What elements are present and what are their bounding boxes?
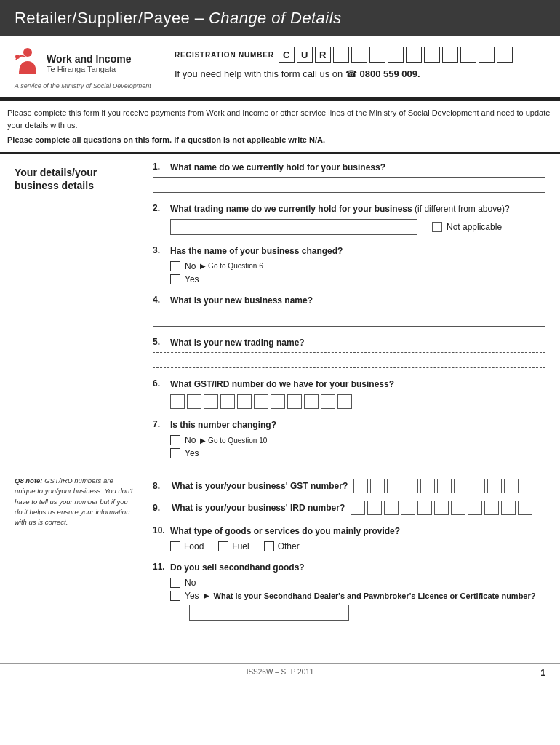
question-9: 9. What is your/your business' IRD numbe… <box>153 501 545 515</box>
q10-fuel-checkbox[interactable] <box>218 541 228 551</box>
q9-digit-10[interactable] <box>501 501 516 515</box>
q8-digit-9[interactable] <box>487 479 502 493</box>
form-col: 1. What name do we currently hold for yo… <box>145 154 560 477</box>
q10-food-checkbox[interactable] <box>170 541 180 551</box>
work-income-icon <box>15 47 41 79</box>
q9-digit-3[interactable] <box>384 501 399 515</box>
page-number: 1 <box>540 668 545 678</box>
reg-box-u: U <box>297 47 313 63</box>
q6-digit-6[interactable] <box>254 394 268 409</box>
q2-input-row: Not applicable <box>170 219 545 235</box>
q9-digit-5[interactable] <box>417 501 432 515</box>
q8-digit-boxes <box>353 479 535 493</box>
page-title: Retailer/Supplier/Payee – Change of Deta… <box>15 9 545 28</box>
q3-no-checkbox[interactable] <box>170 261 180 271</box>
q6-digit-11[interactable] <box>337 394 352 409</box>
reg-box-6 <box>424 47 440 63</box>
q8-digit-2[interactable] <box>370 479 385 493</box>
question-10: 10. What type of goods or services do yo… <box>153 525 545 551</box>
q3-yes-checkbox[interactable] <box>170 274 180 284</box>
q3-option-no: No ▶ Go to Question 6 <box>170 261 545 271</box>
q8-digit-1[interactable] <box>353 479 368 493</box>
q6-digit-4[interactable] <box>220 394 235 409</box>
q10-food-option: Food <box>170 541 204 551</box>
reg-box-3 <box>369 47 385 63</box>
q9-digit-4[interactable] <box>401 501 415 515</box>
q6-digit-10[interactable] <box>321 394 335 409</box>
q6-digit-1[interactable] <box>170 394 185 409</box>
q4-header: 4. What is your new business name? <box>153 295 545 307</box>
q11-header: 11. Do you sell secondhand goods? <box>153 562 545 574</box>
not-applicable-row: Not applicable <box>432 222 502 232</box>
page-footer: ISS26W – SEP 2011 1 <box>0 663 560 680</box>
registration-boxes: C U R <box>279 47 513 63</box>
q8-digit-5[interactable] <box>420 479 435 493</box>
instructions-block: Please complete this form if you receive… <box>0 99 560 152</box>
top-info-row: Work and Income Te Hiranga Tangata A ser… <box>0 36 560 99</box>
q11-no-checkbox[interactable] <box>170 578 180 588</box>
reg-box-c: C <box>279 47 295 63</box>
q5-input[interactable] <box>153 352 545 368</box>
svg-point-1 <box>15 55 20 59</box>
q10-header: 10. What type of goods or services do yo… <box>153 525 545 538</box>
q10-fuel-option: Fuel <box>218 541 249 551</box>
section-label-col: Your details/your business details <box>0 154 145 477</box>
reg-box-4 <box>388 47 404 63</box>
question-8: 8. What is your/your business' GST numbe… <box>153 479 545 493</box>
registration-area: REGISTRATION NUMBER C U R If you need he… <box>175 47 545 79</box>
q10-other-checkbox[interactable] <box>264 541 274 551</box>
q7-option-no: No ▶ Go to Question 10 <box>170 435 545 445</box>
q9-digit-1[interactable] <box>351 501 365 515</box>
q11-yes-checkbox[interactable] <box>170 591 180 601</box>
q9-digit-boxes <box>351 501 532 515</box>
q11-sub-input[interactable] <box>189 605 349 621</box>
logo-text: Work and Income Te Hiranga Tangata <box>47 53 131 73</box>
q8-digit-8[interactable] <box>471 479 485 493</box>
q8-digit-4[interactable] <box>404 479 418 493</box>
q9-digit-7[interactable] <box>451 501 465 515</box>
q6-digit-7[interactable] <box>271 394 285 409</box>
q6-digit-8[interactable] <box>287 394 302 409</box>
q11-option-yes: Yes ▶ What is your Secondhand Dealer's a… <box>170 591 545 601</box>
question-2: 2. What trading name do we currently hol… <box>153 203 545 235</box>
question-6: 6. What GST/IRD number do we have for yo… <box>153 378 545 409</box>
q9-digit-9[interactable] <box>484 501 499 515</box>
q10-options: Food Fuel Other <box>170 541 545 551</box>
q2-header: 2. What trading name do we currently hol… <box>153 203 545 215</box>
q8-digit-11[interactable] <box>521 479 535 493</box>
section-title: Your details/your business details <box>15 166 134 192</box>
q8-row: 8. What is your/your business' GST numbe… <box>153 479 545 493</box>
q9-digit-2[interactable] <box>367 501 382 515</box>
q8-digit-10[interactable] <box>504 479 519 493</box>
q2-input[interactable] <box>170 219 417 235</box>
q8-digit-6[interactable] <box>437 479 452 493</box>
not-applicable-checkbox[interactable] <box>432 222 442 232</box>
question-1: 1. What name do we currently hold for yo… <box>153 162 545 194</box>
q9-digit-8[interactable] <box>468 501 482 515</box>
reg-box-2 <box>351 47 367 63</box>
q6-digit-5[interactable] <box>237 394 252 409</box>
q1-header: 1. What name do we currently hold for yo… <box>153 162 545 174</box>
q7-header: 7. Is this number changing? <box>153 419 545 431</box>
q7-no-checkbox[interactable] <box>170 435 180 445</box>
q6-digit-2[interactable] <box>187 394 201 409</box>
sidebar-note-col: Q8 note: GST/IRD numbers are unique to y… <box>0 476 145 634</box>
q9-digit-11[interactable] <box>518 501 532 515</box>
reg-box-9 <box>479 47 495 63</box>
q1-input[interactable] <box>153 177 545 193</box>
q8-digit-3[interactable] <box>387 479 401 493</box>
q4-input[interactable] <box>153 311 545 327</box>
q8-q9-col: 8. What is your/your business' GST numbe… <box>145 476 560 634</box>
registration-number-row: REGISTRATION NUMBER C U R <box>175 47 545 63</box>
question-11: 11. Do you sell secondhand goods? No Yes… <box>153 562 545 621</box>
logo-box: Work and Income Te Hiranga Tangata <box>15 47 175 79</box>
reg-box-8 <box>460 47 476 63</box>
q5-header: 5. What is your new trading name? <box>153 337 545 349</box>
reg-box-7 <box>442 47 458 63</box>
q7-yes-checkbox[interactable] <box>170 448 180 458</box>
q6-digit-9[interactable] <box>304 394 319 409</box>
q9-digit-6[interactable] <box>434 501 449 515</box>
q6-digit-3[interactable] <box>204 394 218 409</box>
question-3: 3. Has the name of your business changed… <box>153 245 545 284</box>
q8-digit-7[interactable] <box>454 479 468 493</box>
